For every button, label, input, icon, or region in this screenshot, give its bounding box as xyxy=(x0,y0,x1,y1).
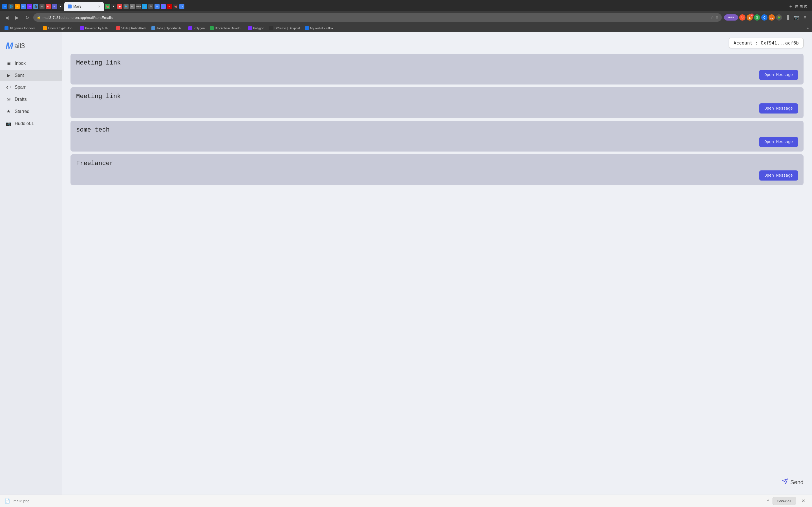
send-label: Send xyxy=(790,479,804,486)
expand-icon[interactable]: ⊞ xyxy=(800,4,803,9)
download-chevron-icon[interactable]: ^ xyxy=(767,499,769,503)
sidebar-item-sent[interactable]: ▶ Sent xyxy=(0,70,62,81)
sidebar-label-huddle01: Huddle01 xyxy=(15,121,34,126)
bookmark-favicon-dcreate xyxy=(269,26,273,30)
open-message-button-2[interactable]: Open Message xyxy=(759,103,798,114)
favicon-16: 🐦 xyxy=(142,4,147,9)
favicon-10: ● xyxy=(58,4,63,9)
open-message-button-4[interactable]: Open Message xyxy=(759,170,798,180)
starred-icon: ★ xyxy=(6,109,11,114)
favicon-11: 🐙 xyxy=(105,4,110,9)
bookmark-label-dev: 16 games for deve... xyxy=(10,26,38,30)
new-tab-button[interactable]: + xyxy=(787,4,795,10)
email-actions-4: Open Message xyxy=(76,170,798,180)
email-actions-2: Open Message xyxy=(76,103,798,114)
minimize-icon[interactable]: ⊟ xyxy=(795,4,799,9)
tab-favicon-mail3 xyxy=(68,4,71,8)
sidebar-item-starred[interactable]: ★ Starred xyxy=(0,106,62,117)
tab-controls: ⊟ ⊞ ⊠ xyxy=(795,4,810,9)
tab-close-mail3[interactable]: × xyxy=(98,4,100,9)
tab-mail3[interactable]: Mail3 × xyxy=(64,2,104,11)
sidebar-item-spam[interactable]: 🏷 Spam xyxy=(0,82,62,93)
bookmark-blockchain[interactable]: Blockchain Develo... xyxy=(207,25,245,31)
bookmark-polygon2[interactable]: Polygon xyxy=(246,25,267,31)
open-message-button-1[interactable]: Open Message xyxy=(759,70,798,80)
send-arrow-icon xyxy=(782,478,788,486)
bookmark-favicon-blockchain xyxy=(210,26,214,30)
email-actions-1: Open Message xyxy=(76,70,798,80)
screenshot-icon[interactable]: 📷 xyxy=(792,13,800,21)
favicon-8: M xyxy=(46,4,51,9)
bookmark-favicon-rabbithole xyxy=(116,26,120,30)
email-subject-3: some tech xyxy=(76,126,798,133)
sidebar-label-starred: Starred xyxy=(15,109,29,114)
tab-label-mail3: Mail3 xyxy=(73,4,82,8)
spam-icon: 🏷 xyxy=(6,85,11,90)
bookmark-favicon-polygon2 xyxy=(248,26,252,30)
bookmark-label-crypto: Latest Crypto Job... xyxy=(48,26,75,30)
sidebar-item-drafts[interactable]: ✉ Drafts xyxy=(0,94,62,105)
forward-button[interactable]: ▶ xyxy=(13,13,21,21)
url-text: mail3-7c81dd.spheron.app/mail/sentEmails xyxy=(43,15,709,20)
huddle01-icon: 📷 xyxy=(6,121,11,126)
bookmark-dev[interactable]: 16 games for deve... xyxy=(2,25,40,31)
bookmark-label-jobs: Jobs | Opportuniti... xyxy=(156,26,183,30)
email-card-4: Freelancer Open Message xyxy=(70,154,804,185)
extension-area: IPFS 🛡 ▲ 4 G C 🦊 🧩 ▐ 📷 ≡ xyxy=(724,13,809,21)
favicon-18: G xyxy=(154,4,160,9)
sidebar-item-huddle01[interactable]: 📷 Huddle01 xyxy=(0,118,62,129)
bookmark-wallet[interactable]: My wallet - Filfox... xyxy=(303,25,338,31)
favicon-12: ✶ xyxy=(111,4,116,9)
favicon-1: D xyxy=(2,4,7,9)
brave-rewards[interactable]: ▲ 4 xyxy=(747,14,753,20)
lock-icon: 🔒 xyxy=(37,15,41,19)
ext-puzzle[interactable]: 🧩 xyxy=(776,14,782,20)
show-all-button[interactable]: Show all xyxy=(772,497,796,505)
browser-chrome: D 🌐 ⚡ G M 🎥 ⚙ M N ● Mail3 × 🐙 ✶ ▶ 🐦 N Ne… xyxy=(0,0,812,32)
bookmark-star-icon[interactable]: ☆ xyxy=(711,15,714,19)
bookmark-crypto[interactable]: Latest Crypto Job... xyxy=(41,25,77,31)
sidebar: M ail3 ▣ Inbox ▶ Sent 🏷 Spam ✉ Drafts ★ … xyxy=(0,32,62,495)
bookmark-rabbithole[interactable]: Skills | RabbitHole xyxy=(114,25,149,31)
download-close-button[interactable]: ✕ xyxy=(799,497,808,505)
menu-icon[interactable]: ≡ xyxy=(801,13,809,21)
email-actions-3: Open Message xyxy=(76,137,798,147)
brave-shield[interactable]: 🛡 xyxy=(739,14,746,20)
bookmark-label-polygon2: Polygon xyxy=(253,26,264,30)
send-button[interactable]: Send xyxy=(782,478,804,486)
sidebar-label-sent: Sent xyxy=(15,73,24,78)
app-logo: M ail3 xyxy=(6,41,56,51)
logo-m: M xyxy=(6,41,13,51)
logo-text: ail3 xyxy=(14,42,25,50)
sidebar-item-inbox[interactable]: ▣ Inbox xyxy=(0,58,62,69)
close-window-icon[interactable]: ⊠ xyxy=(804,4,808,9)
bookmarks-more[interactable]: » xyxy=(805,26,810,31)
favicon-2: 🌐 xyxy=(8,4,13,9)
download-filename: mail3.png xyxy=(13,499,764,503)
ext-fox[interactable]: 🦊 xyxy=(769,14,775,20)
share-icon[interactable]: ⬆ xyxy=(716,15,718,19)
email-card-2: Meeting link Open Message xyxy=(70,87,804,118)
bookmark-favicon-jobs xyxy=(151,26,155,30)
bookmark-polygon1[interactable]: Polygon xyxy=(186,25,207,31)
ext-blue[interactable]: C xyxy=(761,14,767,20)
bookmark-jobs[interactable]: Jobs | Opportuniti... xyxy=(149,25,186,31)
sidebar-toggle[interactable]: ▐ xyxy=(783,13,791,21)
back-button[interactable]: ◀ xyxy=(3,13,11,21)
bookmark-label-polygon1: Polygon xyxy=(193,26,205,30)
sent-icon: ▶ xyxy=(6,73,11,78)
address-bar[interactable]: 🔒 mail3-7c81dd.spheron.app/mail/sentEmai… xyxy=(33,13,722,22)
open-message-button-3[interactable]: Open Message xyxy=(759,137,798,147)
ext-green[interactable]: G xyxy=(754,14,760,20)
favicon-5: M xyxy=(27,4,32,9)
bookmark-dcreate[interactable]: DCreate | Devpost xyxy=(267,25,302,31)
bookmark-eth[interactable]: Powered by ETH... xyxy=(78,25,113,31)
ipfs-extension[interactable]: IPFS xyxy=(724,14,738,20)
bookmark-label-eth: Powered by ETH... xyxy=(85,26,111,30)
email-list: Meeting link Open Message Meeting link O… xyxy=(70,54,804,473)
logo-area: M ail3 xyxy=(0,38,62,57)
reload-button[interactable]: ↻ xyxy=(23,13,31,21)
bookmark-favicon-wallet xyxy=(305,26,309,30)
email-subject-2: Meeting link xyxy=(76,93,798,100)
download-bar: 📄 mail3.png ^ Show all ✕ xyxy=(0,495,812,507)
